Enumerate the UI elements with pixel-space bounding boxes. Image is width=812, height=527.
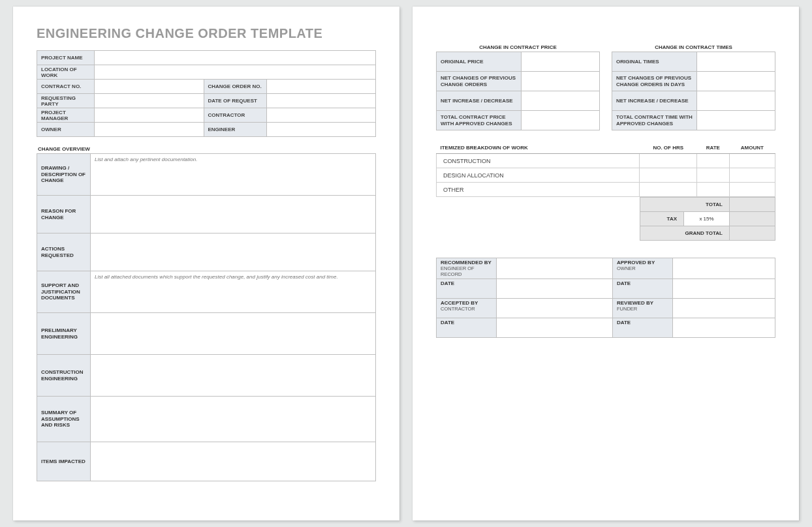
contract-times-table: ORIGINAL TIMES NET CHANGES OF PREVIOUS C… — [612, 52, 775, 130]
field-price-net-prev[interactable] — [522, 72, 600, 91]
label-summary: SUMMARY OF ASSUMPTIONS AND RISKS — [37, 397, 91, 442]
change-overview-heading: CHANGE OVERVIEW — [38, 146, 376, 152]
label-tax: TAX — [640, 212, 684, 226]
accepted-main: ACCEPTED BY — [441, 300, 492, 306]
field-original-price[interactable] — [522, 52, 600, 72]
field-actions[interactable] — [91, 233, 376, 271]
field-times-net-prev[interactable] — [697, 72, 775, 91]
label-original-times: ORIGINAL TIMES — [612, 52, 697, 72]
label-date-4: DATE — [613, 318, 673, 338]
label-engineer: ENGINEER — [204, 123, 266, 137]
field-constr[interactable] — [91, 355, 376, 397]
field-project-name[interactable] — [95, 51, 376, 65]
label-contract-no: CONTRACT NO. — [37, 80, 95, 94]
label-project-name: PROJECT NAME — [37, 51, 95, 65]
itemized-heading: ITEMIZED BREAKDOWN OF WORK — [437, 142, 640, 154]
label-recommended-by: RECOMMENDED BY ENGINEER OF RECORD — [437, 258, 497, 279]
contract-price-table: ORIGINAL PRICE NET CHANGES OF PREVIOUS C… — [436, 52, 600, 130]
field-location-of-work[interactable] — [95, 65, 376, 80]
recommended-main: RECOMMENDED BY — [441, 260, 492, 265]
label-support: SUPPORT AND JUSTIFICATION DOCUMENTS — [37, 271, 91, 313]
field-requesting-party[interactable] — [95, 94, 204, 108]
field-engineer[interactable] — [266, 123, 376, 137]
accepted-sub: CONTRACTOR — [441, 306, 475, 312]
label-prelim: PRELIMINARY ENGINEERING — [37, 313, 91, 355]
field-support[interactable]: List all attached documents which suppor… — [91, 271, 376, 313]
field-items-impacted[interactable] — [91, 442, 376, 481]
cell-design-rate[interactable] — [697, 168, 730, 183]
itemized-table: ITEMIZED BREAKDOWN OF WORK NO. OF HRS RA… — [436, 142, 775, 197]
col-amount: AMOUNT — [729, 142, 775, 154]
label-date-1: DATE — [437, 279, 497, 299]
signoff-table: RECOMMENDED BY ENGINEER OF RECORD APPROV… — [436, 258, 775, 338]
cell-other-amount[interactable] — [729, 183, 775, 197]
project-info-table: PROJECT NAME LOCATION OF WORK CONTRACT N… — [37, 50, 376, 137]
field-reason[interactable] — [91, 196, 376, 233]
label-owner: OWNER — [37, 123, 95, 137]
field-summary[interactable] — [91, 397, 376, 442]
field-drawing[interactable]: List and attach any pertinent documentat… — [91, 154, 376, 196]
label-items-impacted: ITEMS IMPACTED — [37, 442, 91, 481]
field-date-3[interactable] — [497, 318, 613, 338]
field-recommended-by[interactable] — [497, 258, 613, 279]
field-date-of-request[interactable] — [266, 94, 376, 108]
field-original-times[interactable] — [697, 52, 775, 72]
cell-constr-hrs[interactable] — [640, 154, 697, 168]
page-2: CHANGE IN CONTRACT PRICE ORIGINAL PRICE … — [413, 7, 799, 520]
field-times-total[interactable] — [697, 111, 775, 130]
field-total[interactable] — [730, 198, 775, 212]
field-reviewed-by[interactable] — [673, 299, 775, 318]
label-project-manager: PROJECT MANAGER — [37, 108, 95, 123]
totals-table: TOTAL TAX x 15% GRAND TOTAL — [640, 197, 775, 241]
field-change-order-no[interactable] — [266, 80, 376, 94]
label-location-of-work: LOCATION OF WORK — [37, 65, 95, 80]
label-grand-total: GRAND TOTAL — [640, 226, 730, 241]
label-total: TOTAL — [640, 198, 730, 212]
label-requesting-party: REQUESTING PARTY — [37, 94, 95, 108]
label-times-net-prev: NET CHANGES OF PREVIOUS CHANGE ORDERS IN… — [612, 72, 697, 91]
label-times-total: TOTAL CONTRACT TIME WITH APPROVED CHANGE… — [612, 111, 697, 130]
field-contract-no[interactable] — [95, 80, 204, 94]
col-rate: RATE — [697, 142, 730, 154]
cell-constr-amount[interactable] — [729, 154, 775, 168]
field-tax-rate[interactable]: x 15% — [684, 212, 730, 226]
field-price-net-inc[interactable] — [522, 91, 600, 111]
label-date-of-request: DATE OF REQUEST — [204, 94, 266, 108]
field-date-1[interactable] — [497, 279, 613, 299]
field-times-net-inc[interactable] — [697, 91, 775, 111]
label-accepted-by: ACCEPTED BY CONTRACTOR — [437, 299, 497, 318]
label-times-net-inc: NET INCREASE / DECREASE — [612, 91, 697, 111]
cell-constr-rate[interactable] — [697, 154, 730, 168]
label-price-total: TOTAL CONTRACT PRICE WITH APPROVED CHANG… — [437, 111, 522, 130]
label-price-net-inc: NET INCREASE / DECREASE — [437, 91, 522, 111]
field-date-2[interactable] — [673, 279, 775, 299]
label-date-2: DATE — [613, 279, 673, 299]
field-contractor[interactable] — [266, 108, 376, 123]
reviewed-main: REVIEWED BY — [617, 300, 668, 306]
field-date-4[interactable] — [673, 318, 775, 338]
field-tax[interactable] — [730, 212, 775, 226]
times-heading: CHANGE IN CONTRACT TIMES — [612, 44, 775, 50]
price-heading: CHANGE IN CONTRACT PRICE — [436, 44, 600, 50]
label-drawing: DRAWING / DESCRIPTION OF CHANGE — [37, 154, 91, 196]
label-approved-by: APPROVED BY OWNER — [613, 258, 673, 279]
label-change-order-no: CHANGE ORDER NO. — [204, 80, 266, 94]
field-prelim[interactable] — [91, 313, 376, 355]
field-owner[interactable] — [95, 123, 204, 137]
cell-other-hrs[interactable] — [640, 183, 697, 197]
field-approved-by[interactable] — [673, 258, 775, 279]
change-overview-table: DRAWING / DESCRIPTION OF CHANGE List and… — [37, 153, 376, 481]
field-grand-total[interactable] — [730, 226, 775, 241]
approved-sub: OWNER — [617, 265, 636, 271]
col-hrs: NO. OF HRS — [640, 142, 697, 154]
row-other: OTHER — [437, 183, 640, 197]
field-accepted-by[interactable] — [497, 299, 613, 318]
cell-other-rate[interactable] — [697, 183, 730, 197]
row-construction: CONSTRUCTION — [437, 154, 640, 168]
field-project-manager[interactable] — [95, 108, 204, 123]
field-price-total[interactable] — [522, 111, 600, 130]
approved-main: APPROVED BY — [617, 260, 668, 265]
cell-design-hrs[interactable] — [640, 168, 697, 183]
label-reviewed-by: REVIEWED BY FUNDER — [613, 299, 673, 318]
cell-design-amount[interactable] — [729, 168, 775, 183]
